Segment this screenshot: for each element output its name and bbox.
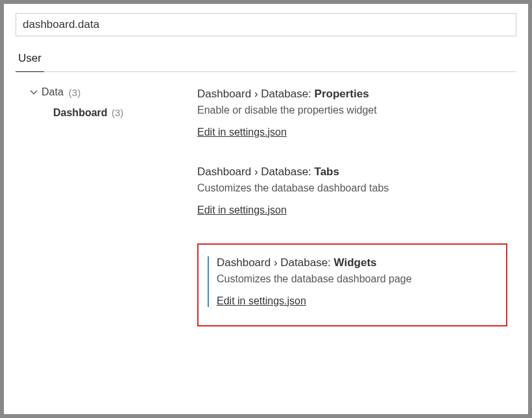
edit-in-settings-json-link[interactable]: Edit in settings.json (197, 204, 287, 216)
edit-in-settings-json-link[interactable]: Edit in settings.json (217, 295, 306, 307)
chevron-down-icon (30, 88, 38, 96)
setting-title: Dashboard › Database: Tabs (197, 166, 516, 178)
setting-dashboard-database-tabs: Dashboard › Database: Tabs Customizes th… (197, 166, 516, 216)
active-setting-indicator: Dashboard › Database: Widgets Customizes… (208, 256, 497, 307)
setting-title: Dashboard › Database: Widgets (217, 256, 497, 269)
settings-search-input[interactable] (16, 13, 516, 36)
highlighted-setting-outline: Dashboard › Database: Widgets Customizes… (197, 243, 507, 326)
tree-item-data[interactable]: Data (3) (30, 86, 197, 98)
settings-tabs: User (16, 47, 516, 72)
setting-dashboard-database-properties: Dashboard › Database: Properties Enable … (197, 88, 516, 138)
setting-dashboard-database-widgets: Dashboard › Database: Widgets Customizes… (217, 256, 497, 307)
edit-in-settings-json-link[interactable]: Edit in settings.json (197, 127, 287, 138)
tree-item-label: Dashboard (53, 107, 108, 118)
setting-description: Enable or disable the properties widget (197, 104, 516, 116)
tree-item-label: Data (42, 86, 64, 98)
setting-description: Customizes the database dashboard page (217, 273, 497, 285)
tree-item-count: (3) (112, 107, 123, 118)
settings-tree-sidebar: Data (3) Dashboard (3) (16, 86, 197, 326)
setting-description: Customizes the database dashboard tabs (197, 182, 516, 194)
settings-list: Dashboard › Database: Properties Enable … (197, 86, 516, 326)
tree-item-dashboard[interactable]: Dashboard (3) (53, 107, 197, 119)
tree-item-count: (3) (69, 87, 80, 98)
setting-title: Dashboard › Database: Properties (197, 88, 516, 101)
tab-user[interactable]: User (16, 47, 44, 71)
